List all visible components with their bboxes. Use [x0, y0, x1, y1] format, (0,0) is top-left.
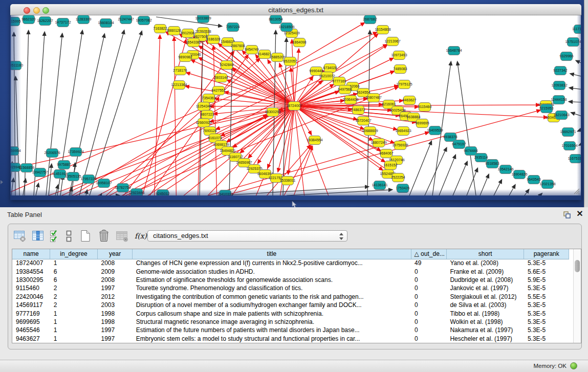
select-column-icon[interactable] — [31, 229, 46, 243]
table-cell[interactable]: Structural magnetic resonance image aver… — [133, 318, 411, 326]
table-cell[interactable]: 0 — [411, 293, 446, 301]
column-header-title[interactable]: title — [133, 249, 411, 259]
table-cell[interactable]: 5.3E-5 — [524, 318, 569, 326]
table-cell[interactable]: 0 — [411, 276, 446, 284]
graph-edge[interactable] — [425, 148, 447, 195]
table-cell[interactable]: 9463627 — [12, 335, 50, 343]
table-cell[interactable]: 18300295 — [12, 276, 50, 284]
table-cell[interactable]: 5.6E-5 — [524, 267, 569, 275]
graph-edge[interactable] — [571, 74, 581, 77]
window-titlebar[interactable]: citations_edges.txt — [10, 4, 581, 15]
table-row[interactable]: 1830029562008Estimation of significance … — [12, 276, 569, 284]
table-cell[interactable]: 2012 — [97, 293, 132, 301]
table-row[interactable]: 2242004622012Investigating the contribut… — [12, 293, 569, 301]
column-header-year[interactable]: year — [97, 249, 132, 259]
table-cell[interactable]: 1 — [50, 309, 98, 317]
column-header-in_degree[interactable]: in_degree — [50, 249, 98, 259]
table-cell[interactable]: 1 — [50, 326, 98, 334]
graph-edge[interactable] — [509, 185, 515, 195]
table-cell[interactable]: Nakamura et al. (1997) — [446, 326, 524, 334]
graph-edge[interactable] — [467, 168, 477, 195]
select-rows-icon[interactable] — [50, 229, 60, 243]
table-cell[interactable]: 19384554 — [12, 267, 50, 275]
graph-edge[interactable] — [571, 113, 581, 117]
table-cell[interactable]: 18724007 — [12, 259, 50, 267]
table-cell[interactable]: Embryonic stem cells: a model to study s… — [133, 335, 411, 343]
memory-status-icon[interactable] — [570, 362, 577, 369]
table-cell[interactable]: 5.3E-5 — [524, 326, 569, 334]
graph-edge[interactable] — [49, 164, 52, 195]
close-panel-icon[interactable]: ✕ — [575, 209, 584, 219]
graph-edge[interactable] — [569, 102, 581, 102]
table-cell[interactable]: 0 — [411, 318, 446, 326]
table-cell[interactable]: Changes of HCN gene expression and I(f) … — [133, 259, 411, 267]
network-canvas[interactable]: 1872400771638228860128891293622260538982… — [11, 15, 581, 195]
graph-edge[interactable] — [494, 180, 502, 195]
table-cell[interactable]: 0 — [411, 301, 446, 309]
table-cell[interactable]: 5.3E-5 — [524, 284, 569, 292]
table-cell[interactable]: 5.5E-5 — [524, 293, 569, 301]
table-cell[interactable]: Genome-wide association studies in ADHD. — [133, 267, 411, 275]
table-cell[interactable]: 6 — [50, 267, 98, 275]
table-row[interactable]: 977716911998Corpus callosum shape and si… — [12, 309, 569, 317]
collapsed-panel-arrow-icon[interactable] — [1, 180, 3, 184]
table-cell[interactable]: 1 — [50, 318, 98, 326]
table-cell[interactable]: 14569117 — [12, 301, 50, 309]
graph-edge[interactable] — [23, 179, 26, 195]
graph-edge[interactable] — [294, 106, 307, 195]
graph-edge[interactable] — [174, 37, 177, 195]
table-cell[interactable]: 1 — [50, 335, 98, 343]
graph-edge[interactable] — [480, 174, 489, 195]
column-header-out_de[interactable]: △ out_de... — [411, 249, 446, 259]
table-cell[interactable]: Jankovic et al. (1997) — [446, 284, 524, 292]
new-file-icon[interactable] — [78, 229, 93, 243]
table-cell[interactable]: 2003 — [97, 301, 132, 309]
table-cell[interactable]: 5.3E-5 — [524, 335, 569, 343]
table-cell[interactable]: Estimation of significance thresholds fo… — [133, 276, 411, 284]
table-settings-icon[interactable] — [13, 229, 27, 243]
table-cell[interactable]: 5.9E-5 — [524, 276, 569, 284]
table-cell[interactable]: 2 — [50, 293, 98, 301]
table-cell[interactable]: 0 — [411, 309, 446, 317]
table-cell[interactable]: 1998 — [97, 318, 132, 326]
table-cell[interactable]: 9465546 — [12, 326, 50, 334]
table-cell[interactable]: Investigating the contribution of common… — [133, 293, 411, 301]
graph-edge[interactable] — [36, 184, 38, 195]
table-cell[interactable]: Hescheler et al. (1997) — [446, 335, 524, 343]
table-cell[interactable]: Tibbo et al. (1998) — [446, 309, 524, 317]
table-cell[interactable]: 6 — [50, 276, 98, 284]
table-cell[interactable]: 1 — [50, 259, 98, 267]
table-row[interactable]: 946554611997Estimation of the future num… — [12, 326, 569, 334]
table-cell[interactable]: Dudbridge et al. (2008) — [446, 276, 524, 284]
table-cell[interactable]: 1997 — [97, 335, 132, 343]
table-cell[interactable]: 22420046 — [12, 293, 50, 301]
graph-edge[interactable] — [576, 60, 581, 64]
column-header-name[interactable]: name — [12, 249, 50, 259]
column-header-pagerank[interactable]: pagerank — [524, 249, 569, 259]
table-cell[interactable]: 0 — [411, 267, 446, 275]
table-cell[interactable]: de Silva et al. (2003) — [446, 301, 524, 309]
graph-edge[interactable] — [11, 179, 13, 195]
table-cell[interactable]: Corpus callosum shape and size in male p… — [133, 309, 411, 317]
table-cell[interactable]: Tourette syndrome. Phenomenology and cla… — [133, 284, 411, 292]
function-builder-icon[interactable]: f(x) — [134, 229, 148, 243]
table-cell[interactable]: 2009 — [97, 267, 132, 275]
table-cell[interactable]: 9777169 — [12, 309, 50, 317]
table-cell[interactable]: 5.3E-5 — [524, 301, 569, 309]
table-cell[interactable]: 0 — [411, 284, 446, 292]
table-cell[interactable]: Wolkin et al. (1998) — [446, 318, 524, 326]
table-cell[interactable]: 2 — [50, 284, 98, 292]
table-row[interactable]: 1456911722003Disruption of a novel membe… — [12, 301, 569, 309]
table-cell[interactable]: Franke et al. (2009) — [446, 267, 524, 275]
table-row[interactable]: 1938455462009Genome-wide association stu… — [12, 267, 569, 275]
float-panel-icon[interactable] — [562, 210, 571, 220]
table-cell[interactable]: 0 — [411, 326, 446, 334]
graph-edge[interactable] — [439, 155, 455, 195]
table-cell[interactable]: Yano et al. (2008) — [446, 259, 524, 267]
delete-table-icon[interactable] — [115, 229, 129, 243]
table-cell[interactable]: Estimation of the future numbers of pati… — [133, 326, 411, 334]
table-cell[interactable]: 1997 — [97, 326, 132, 334]
scrollbar-thumb[interactable] — [575, 260, 580, 272]
row-height-icon[interactable] — [64, 229, 74, 243]
citation-graph[interactable]: 1872400771638228860128891293622260538982… — [11, 15, 581, 195]
